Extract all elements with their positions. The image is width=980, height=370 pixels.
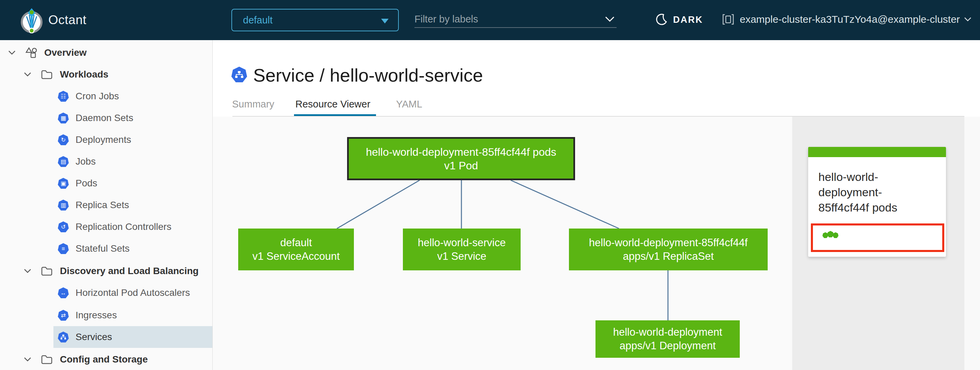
app-title: Octant xyxy=(48,13,86,27)
sidebar-item-label: Replica Sets xyxy=(76,200,129,211)
sidebar-item-daemon-sets[interactable]: ▦ Daemon Sets xyxy=(53,107,212,129)
node-name: default xyxy=(280,236,312,249)
sidebar-item-label: Overview xyxy=(44,47,87,58)
resource-graph-canvas[interactable]: hello-world-deployment-85ff4cf44f pods v… xyxy=(213,117,792,370)
sidebar-item-label: Workloads xyxy=(60,69,108,80)
filter-chevron-down-icon[interactable] xyxy=(605,16,614,22)
tab-summary[interactable]: Summary xyxy=(232,98,274,110)
namespace-dropdown[interactable]: default xyxy=(231,9,399,31)
chevron-down-icon[interactable] xyxy=(8,50,16,55)
deployments-icon: ↻ xyxy=(58,134,69,145)
ingresses-icon: ⇄ xyxy=(58,310,69,321)
sidebar-item-label: Stateful Sets xyxy=(76,243,130,254)
cluster-icon xyxy=(722,14,734,25)
graph-node-service[interactable]: hello-world-service v1 Service xyxy=(403,229,520,270)
node-name: hello-world-service xyxy=(418,236,506,249)
sidebar-item-label: Deployments xyxy=(76,134,131,145)
graph-node-pod[interactable]: hello-world-deployment-85ff4cf44f pods v… xyxy=(347,137,575,180)
sidebar-item-deployments[interactable]: ↻ Deployments xyxy=(53,129,212,151)
node-name: hello-world-deployment-85ff4cf44f pods xyxy=(366,145,556,159)
sidebar-item-label: Discovery and Load Balancing xyxy=(60,265,199,276)
cluster-chevron-down-icon xyxy=(964,17,972,22)
chevron-down-icon[interactable] xyxy=(24,357,31,362)
node-detail-panel: hello-world-deployment-85ff4cf44f pods xyxy=(792,117,980,370)
cluster-context-label: example-cluster-ka3TuTzYo4a@example-clus… xyxy=(740,14,960,25)
cron-jobs-icon: ☷ xyxy=(58,91,69,102)
sidebar-item-overview[interactable]: Overview xyxy=(0,42,212,64)
pod-status-dots xyxy=(822,232,837,239)
sidebar-item-label: Jobs xyxy=(76,156,95,167)
pod-ok-dot-icon[interactable] xyxy=(833,232,838,238)
theme-toggle-button[interactable]: DARK xyxy=(656,14,703,26)
sidebar-item-horizontal-pod-autoscalers[interactable]: ↔ Horizontal Pod Autoscalers xyxy=(53,282,212,304)
overview-objects-icon xyxy=(25,47,37,58)
moon-icon xyxy=(656,14,668,26)
sidebar-item-ingresses[interactable]: ⇄ Ingresses xyxy=(53,304,212,326)
node-kind: v1 Pod xyxy=(444,159,478,172)
graph-node-serviceaccount[interactable]: default v1 ServiceAccount xyxy=(238,229,354,270)
app-header: Octant default Filter by labels DARK exa… xyxy=(0,0,980,40)
folder-icon xyxy=(41,70,52,79)
folder-icon xyxy=(41,355,52,364)
panel-scrollbar-track[interactable] xyxy=(964,117,980,370)
namespace-selected-value: default xyxy=(232,14,272,26)
selected-node-card: hello-world-deployment-85ff4cf44f pods xyxy=(808,147,946,257)
tab-resource-viewer[interactable]: Resource Viewer xyxy=(295,98,370,110)
filter-labels-input[interactable]: Filter by labels xyxy=(414,14,478,25)
dropdown-caret-icon xyxy=(381,19,388,24)
sidebar-item-replica-sets[interactable]: ▥ Replica Sets xyxy=(53,194,212,216)
sidebar-item-label: Daemon Sets xyxy=(76,113,134,124)
pod-ok-dot-icon[interactable] xyxy=(827,231,834,237)
chevron-down-icon[interactable] xyxy=(24,268,31,273)
daemon-sets-icon: ▦ xyxy=(58,113,69,124)
replication-controllers-icon: ↺ xyxy=(58,221,69,232)
page-title: Service / hello-world-service xyxy=(253,65,483,86)
node-kind: v1 Service xyxy=(437,249,487,263)
jobs-icon: ▤ xyxy=(58,156,69,167)
sidebar-item-config-and-storage[interactable]: Config and Storage xyxy=(0,349,212,370)
sidebar-item-jobs[interactable]: ▤ Jobs xyxy=(53,151,212,172)
tab-yaml[interactable]: YAML xyxy=(396,98,422,110)
replica-sets-icon: ▥ xyxy=(58,200,69,211)
card-status-bar xyxy=(808,147,946,157)
chevron-down-icon[interactable] xyxy=(24,72,31,77)
folder-icon xyxy=(41,266,52,276)
sidebar-item-cron-jobs[interactable]: ☷ Cron Jobs xyxy=(53,85,212,107)
sidebar-item-label: Replication Controllers xyxy=(76,221,172,232)
horizontal-pod-autoscalers-icon: ↔ xyxy=(58,287,69,298)
graph-node-replicaset[interactable]: hello-world-deployment-85ff4cf44f apps/v… xyxy=(569,229,768,270)
sidebar-nav: Overview Workloads ☷ Cron Jobs ▦ Daemon … xyxy=(0,40,213,370)
sidebar-item-label: Ingresses xyxy=(76,310,117,321)
sidebar-item-label: Horizontal Pod Autoscalers xyxy=(76,287,190,298)
pods-icon: ▣ xyxy=(58,178,69,189)
sidebar-item-label: Config and Storage xyxy=(60,354,148,365)
cluster-context-selector[interactable]: example-cluster-ka3TuTzYo4a@example-clus… xyxy=(722,14,972,25)
sidebar-item-pods[interactable]: ▣ Pods xyxy=(53,172,212,194)
sidebar-item-label: Services xyxy=(76,332,112,343)
card-title: hello-world-deployment-85ff4cf44f pods xyxy=(808,157,946,224)
node-name: hello-world-deployment-85ff4cf44f xyxy=(589,236,748,249)
node-name: hello-world-deployment xyxy=(613,326,722,339)
sidebar-item-replication-controllers[interactable]: ↺ Replication Controllers xyxy=(53,216,212,238)
services-icon xyxy=(58,332,69,343)
node-kind: v1 ServiceAccount xyxy=(253,249,340,263)
node-kind: apps/v1 Deployment xyxy=(620,339,716,353)
sidebar-item-label: Cron Jobs xyxy=(76,91,119,102)
theme-toggle-label: DARK xyxy=(673,14,703,25)
octant-logo-icon xyxy=(18,7,45,33)
pod-status-highlight-box[interactable] xyxy=(811,224,944,252)
stateful-sets-icon: ≡ xyxy=(58,243,69,254)
sidebar-item-discovery-load-balancing[interactable]: Discovery and Load Balancing xyxy=(0,260,212,282)
filter-input-underline xyxy=(414,27,617,28)
sidebar-item-label: Pods xyxy=(76,178,97,189)
sidebar-item-stateful-sets[interactable]: ≡ Stateful Sets xyxy=(53,238,212,259)
node-kind: apps/v1 ReplicaSet xyxy=(623,249,714,263)
sidebar-item-services[interactable]: Services xyxy=(53,326,212,348)
graph-node-deployment[interactable]: hello-world-deployment apps/v1 Deploymen… xyxy=(595,320,740,358)
sidebar-item-workloads[interactable]: Workloads xyxy=(0,64,212,85)
